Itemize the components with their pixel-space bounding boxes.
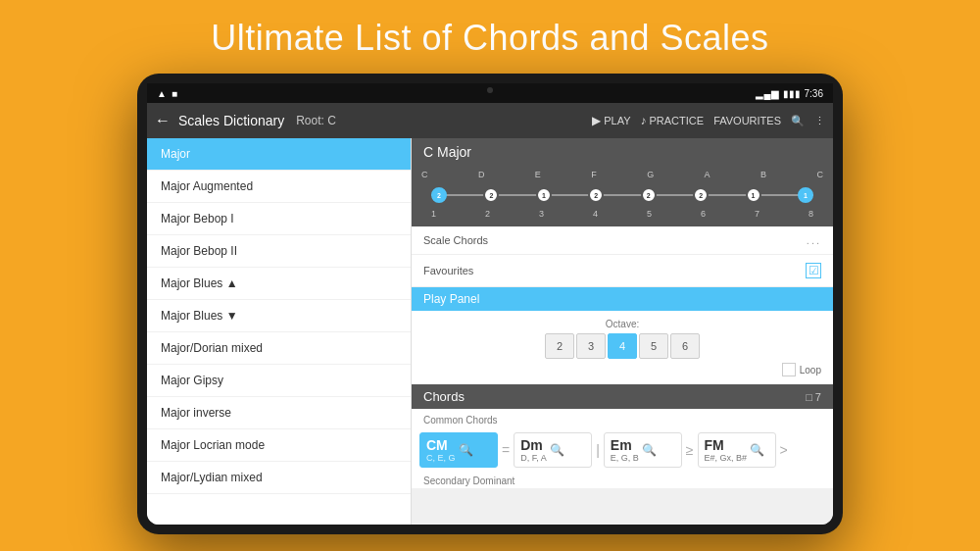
favourites-row[interactable]: Favourites ☑ <box>412 255 833 287</box>
note-a: A <box>705 170 710 179</box>
favourites-checkbox[interactable]: ☑ <box>806 263 821 278</box>
chord-dm-search[interactable]: 🔍 <box>550 443 564 457</box>
scale-notes-row: C D E F G A B C <box>421 170 823 179</box>
more-action[interactable]: ⋮ <box>814 115 825 127</box>
chords-title: Chords <box>423 389 465 404</box>
tablet-device: ▲ ■ ▂▄▆ ▮▮▮ 7:36 ← Scales Dictionary Roo… <box>137 74 843 534</box>
chords-count: □ 7 <box>806 391 821 403</box>
time-display: 7:36 <box>805 88 823 99</box>
page-headline: Ultimate List of Chords and Scales <box>0 0 980 59</box>
chord-cm[interactable]: CM C, E, G 🔍 <box>419 432 498 468</box>
search-icon: 🔍 <box>791 115 805 127</box>
note-e: E <box>535 170 541 179</box>
scale-chords-dots: ... <box>807 234 821 246</box>
loop-row: Loop <box>423 363 821 376</box>
note-b: B <box>760 170 766 179</box>
play-icon: ▶ <box>592 114 601 127</box>
scale-node-5: 2 <box>641 187 657 203</box>
sidebar-item-major-blues-up[interactable]: Major Blues ▲ <box>147 268 411 300</box>
scale-title: C Major <box>412 138 833 166</box>
scale-chords-row[interactable]: Scale Chords ... <box>412 226 833 255</box>
octave-2[interactable]: 2 <box>545 333 574 359</box>
octave-3[interactable]: 3 <box>576 333 606 359</box>
chord-dm[interactable]: Dm D, F, A 🔍 <box>514 432 592 468</box>
practice-icon: ♪ <box>641 114 647 127</box>
chords-row: CM C, E, G 🔍 = Dm D, F, A 🔍 <box>412 428 833 472</box>
tablet-screen: ← Scales Dictionary Root: C ▶ PLAY ♪ PRA… <box>147 103 833 525</box>
main-content: Major Major Augmented Major Bebop I Majo… <box>147 138 833 525</box>
sidebar-item-major-blues-down[interactable]: Major Blues ▼ <box>147 300 411 332</box>
toolbar-actions: ▶ PLAY ♪ PRACTICE FAVOURITES 🔍 ⋮ <box>592 114 825 127</box>
chord-fm-notes: E#, Gx, B# <box>705 453 748 463</box>
chord-fm[interactable]: FM E#, Gx, B# 🔍 <box>698 432 776 468</box>
note-c2: C <box>816 170 823 179</box>
back-button[interactable]: ← <box>155 112 171 129</box>
scale-chords-label: Scale Chords <box>423 234 488 246</box>
sidebar-item-major-locrian[interactable]: Major Locrian mode <box>147 429 411 462</box>
scale-node-2: 2 <box>483 187 499 203</box>
scale-visualization: C D E F G A B C 2 <box>412 166 833 226</box>
scale-node-4: 2 <box>588 187 604 203</box>
chord-em[interactable]: Em E, G, B 🔍 <box>604 432 682 468</box>
sidebar-item-major-bebop-i[interactable]: Major Bebop I <box>147 203 411 235</box>
chord-separator-3: ≥ <box>686 432 694 468</box>
octave-4[interactable]: 4 <box>608 333 637 359</box>
status-left-icons: ▲ ■ <box>157 88 177 99</box>
chord-em-name: Em <box>611 437 639 453</box>
chord-separator-2: | <box>596 432 600 468</box>
app-toolbar: ← Scales Dictionary Root: C ▶ PLAY ♪ PRA… <box>147 103 833 138</box>
sidebar-item-major-gipsy[interactable]: Major Gipsy <box>147 365 411 397</box>
scale-node-8: 1 <box>798 187 813 203</box>
octave-label: Octave: <box>423 319 821 329</box>
favourites-label: FAVOURITES <box>713 115 781 126</box>
camera-dot <box>487 87 493 93</box>
note-f: F <box>591 170 597 179</box>
scale-node-3: 1 <box>536 187 552 203</box>
sidebar-item-major-bebop-ii[interactable]: Major Bebop II <box>147 235 411 268</box>
status-bar: ▲ ■ ▂▄▆ ▮▮▮ 7:36 <box>147 83 833 103</box>
chord-separator-1: = <box>502 432 510 468</box>
sidebar-item-major[interactable]: Major <box>147 138 411 171</box>
loop-label: Loop <box>800 365 821 376</box>
chord-separator-4: > <box>780 432 788 468</box>
chord-cm-search[interactable]: 🔍 <box>459 443 473 457</box>
chord-fm-search[interactable]: 🔍 <box>750 443 764 457</box>
play-panel-body: Octave: 2 3 4 5 6 Loop <box>412 311 833 384</box>
chord-em-search[interactable]: 🔍 <box>642 443 657 457</box>
play-panel-header: Play Panel <box>412 287 833 311</box>
sidebar-item-major-lydian[interactable]: Major/Lydian mixed <box>147 462 411 494</box>
octave-6[interactable]: 6 <box>670 333 700 359</box>
favourites-action[interactable]: FAVOURITES <box>713 115 781 126</box>
scale-detail-panel: C Major C D E F G A B C <box>412 138 833 525</box>
wifi-icon: ■ <box>172 88 177 99</box>
play-action[interactable]: ▶ PLAY <box>592 114 630 127</box>
octave-5[interactable]: 5 <box>639 333 668 359</box>
scale-node-6: 2 <box>693 187 709 203</box>
sidebar-item-major-dorian[interactable]: Major/Dorian mixed <box>147 332 411 365</box>
sidebar-item-major-augmented[interactable]: Major Augmented <box>147 171 411 203</box>
play-label: PLAY <box>604 115 630 126</box>
common-chords-label: Common Chords <box>412 409 833 428</box>
sidebar-item-major-inverse[interactable]: Major inverse <box>147 397 411 429</box>
chord-dm-notes: D, F, A <box>520 453 547 463</box>
scale-node-7: 1 <box>746 187 761 203</box>
note-c: C <box>421 170 428 179</box>
chord-em-notes: E, G, B <box>611 453 639 463</box>
toolbar-title: Scales Dictionary <box>178 113 284 128</box>
chord-dm-name: Dm <box>520 437 547 453</box>
more-icon: ⋮ <box>814 115 825 127</box>
status-right: ▂▄▆ ▮▮▮ 7:36 <box>756 88 823 99</box>
loop-checkbox[interactable] <box>782 363 796 376</box>
chord-cm-notes: C, E, G <box>426 453 456 463</box>
practice-action[interactable]: ♪ PRACTICE <box>641 114 705 127</box>
chord-cm-name: CM <box>426 437 456 453</box>
battery-icon: ▮▮▮ <box>783 88 801 99</box>
search-action[interactable]: 🔍 <box>791 115 805 127</box>
octave-buttons: 2 3 4 5 6 <box>423 333 821 359</box>
notification-icon: ▲ <box>157 88 167 99</box>
scale-node-1: 2 <box>431 187 447 203</box>
scale-line: 2 2 1 2 2 2 1 1 <box>421 181 823 209</box>
note-g: G <box>647 170 654 179</box>
chords-header: Chords □ 7 <box>412 384 833 409</box>
signal-icon: ▂▄▆ <box>756 88 778 99</box>
